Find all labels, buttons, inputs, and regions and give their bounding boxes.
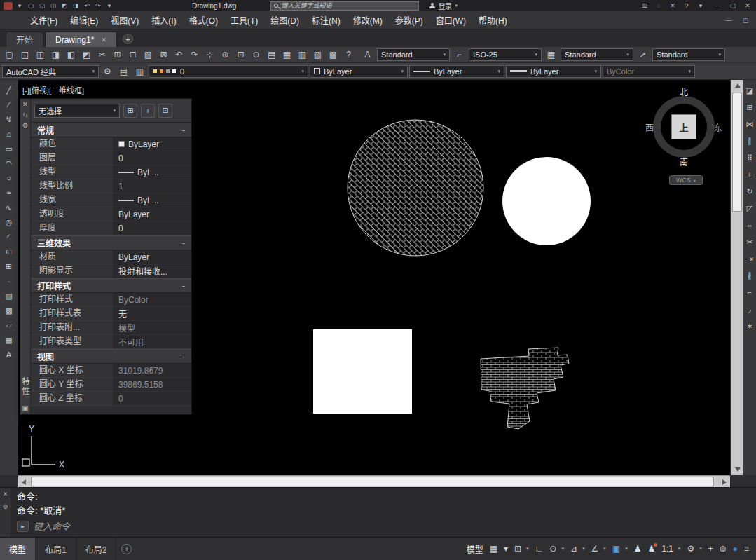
property-value[interactable]: 模型	[114, 321, 191, 335]
menu-item-2[interactable]: 视图(V)	[104, 11, 145, 29]
menu-item-7[interactable]: 标注(N)	[305, 11, 347, 29]
horizontal-scrollbar[interactable]	[18, 475, 730, 487]
minimize-drawing-icon[interactable]: —	[724, 15, 734, 25]
file-tab-1[interactable]: Drawing1*✕	[45, 32, 117, 47]
layout-tab-0[interactable]: 模型	[0, 538, 36, 560]
menu-item-0[interactable]: 文件(F)	[24, 11, 64, 29]
region-icon[interactable]: ▱	[2, 319, 16, 332]
rectangle-icon[interactable]: ▭	[2, 142, 16, 155]
properties-section-header[interactable]: 三维效果-	[31, 235, 191, 250]
spline-icon[interactable]: ∿	[2, 201, 16, 214]
properties-section-header[interactable]: 打印样式-	[31, 278, 191, 293]
menu-item-6[interactable]: 绘图(D)	[264, 11, 305, 29]
annotation-visibility-icon[interactable]: ♟	[632, 542, 644, 555]
restore-window-icon[interactable]: ▢	[728, 1, 738, 11]
hatched-polygon[interactable]	[481, 348, 569, 429]
property-value[interactable]: 投射和接收...	[114, 264, 191, 278]
cut-icon[interactable]: ✂	[95, 48, 109, 62]
block-editor-icon[interactable]: ⊠	[156, 48, 171, 62]
fillet-icon[interactable]: ◞	[743, 303, 756, 315]
property-value[interactable]: ByL...	[114, 193, 191, 207]
property-value[interactable]: ByLayer	[114, 250, 191, 264]
text-style-dropdown[interactable]: Standard▾	[377, 48, 450, 61]
collapse-icon[interactable]: -	[182, 125, 185, 135]
linetype-dropdown[interactable]: ByLayer ▾	[409, 65, 504, 78]
property-value[interactable]: ByL...	[114, 165, 191, 179]
autocad-logo-icon[interactable]	[4, 2, 13, 10]
annotation-monitor-icon[interactable]: +	[706, 542, 715, 555]
point-icon[interactable]: ∙	[2, 275, 16, 287]
revision-cloud-icon[interactable]: ≈	[2, 186, 16, 199]
undo-icon[interactable]: ↶	[172, 48, 186, 62]
gradient-icon[interactable]: ▩	[2, 304, 16, 317]
layer-states-icon[interactable]: ▥	[132, 64, 147, 78]
multileader-style-icon[interactable]: ↗	[635, 48, 650, 62]
workspace-dropdown[interactable]: AutoCAD 经典 ▾	[2, 65, 99, 78]
break-icon[interactable]: ∦	[743, 269, 756, 282]
quick-calc-icon[interactable]: ?	[341, 48, 356, 62]
command-input[interactable]	[34, 521, 750, 532]
property-value[interactable]: 0	[114, 392, 191, 406]
save-icon[interactable]: ◫	[33, 48, 48, 62]
undo-icon[interactable]: ↶	[82, 1, 92, 11]
hatched-circle[interactable]	[348, 120, 483, 256]
insert-block-icon[interactable]: ⊡	[2, 245, 16, 258]
table-style-dropdown[interactable]: Standard▾	[561, 48, 633, 61]
object-snap-tracking-icon[interactable]: ∠▾	[589, 542, 608, 555]
layer-properties-icon[interactable]: ▤	[116, 64, 131, 78]
array-icon[interactable]: ⠿	[743, 151, 756, 164]
mirror-icon[interactable]: ⋈	[743, 118, 756, 130]
move-icon[interactable]: +	[743, 168, 756, 181]
isometric-drafting-icon[interactable]: ⊿▾	[568, 542, 587, 555]
property-value[interactable]: 0	[114, 151, 191, 165]
layout-tab-2[interactable]: 布局2	[76, 538, 117, 560]
multiline-text-icon[interactable]: A	[2, 348, 16, 361]
dim-style-icon[interactable]: ⌐	[452, 48, 467, 62]
cloud-icon[interactable]: ◌	[654, 1, 664, 11]
graphics-performance-icon[interactable]: ●	[731, 542, 740, 555]
filled-circle[interactable]	[502, 157, 591, 245]
file-tab-0[interactable]: 开始	[6, 32, 43, 47]
save-as-icon[interactable]: ◩	[60, 1, 69, 11]
dim-style-dropdown[interactable]: ISO-25▾	[469, 48, 542, 61]
scroll-left-icon[interactable]	[18, 476, 29, 488]
lineweight-dropdown[interactable]: ByLayer ▾	[506, 65, 601, 78]
property-value[interactable]: 1	[114, 179, 191, 193]
grid-dropdown-icon[interactable]: ▾	[502, 542, 510, 555]
wcs-dropdown[interactable]: WCS ▾	[669, 175, 703, 185]
quick-select-icon[interactable]: ⊡	[158, 104, 172, 118]
viewport-controls[interactable]: [-][俯视][二维线框]	[22, 84, 84, 95]
restore-drawing-icon[interactable]: ▢	[741, 15, 750, 25]
match-properties-icon[interactable]: ▨	[141, 48, 156, 62]
viewcube-east-label[interactable]: 东	[714, 121, 722, 133]
sheet-set-manager-icon[interactable]: ▧	[310, 48, 325, 62]
palette-icon[interactable]: ▣	[22, 404, 28, 412]
open-icon[interactable]: ◱	[18, 48, 32, 62]
chamfer-icon[interactable]: ⌐	[743, 286, 756, 299]
scroll-up-icon[interactable]	[731, 80, 743, 91]
grid-display-icon[interactable]: ▦	[488, 542, 500, 555]
select-objects-icon[interactable]: +	[141, 104, 155, 118]
notification-icon[interactable]: ✕	[668, 1, 678, 11]
extend-icon[interactable]: ⇥	[743, 252, 756, 265]
auto-hide-icon[interactable]: ⇆	[22, 111, 28, 118]
multileader-style-dropdown[interactable]: Standard▾	[652, 48, 725, 61]
construction-line-icon[interactable]: ∕	[2, 98, 16, 111]
workspace-settings-icon[interactable]: ⚙	[100, 64, 115, 78]
filled-rectangle[interactable]	[313, 329, 412, 414]
vertical-scroll-thumb[interactable]	[732, 93, 742, 212]
color-dropdown[interactable]: ByLayer ▾	[310, 65, 408, 78]
help-icon[interactable]: ?	[682, 1, 692, 11]
open-file-icon[interactable]: ◱	[37, 1, 47, 11]
quick-access-dropdown-icon[interactable]: ▾	[104, 1, 114, 11]
snap-mode-icon[interactable]: ⊞▾	[512, 542, 531, 555]
vertical-scrollbar[interactable]	[731, 80, 743, 475]
property-value[interactable]: 不可用	[114, 335, 191, 349]
scroll-right-icon[interactable]	[719, 476, 730, 488]
viewcube[interactable]: 北 西 东 上 南	[645, 86, 722, 167]
paste-icon[interactable]: ⊟	[125, 48, 140, 62]
sign-in-button[interactable]: 登录 ▾	[429, 1, 458, 11]
close-icon[interactable]: ✕	[3, 491, 8, 498]
property-value[interactable]: ByLayer	[114, 137, 191, 151]
plot-icon[interactable]: ◨	[48, 48, 63, 62]
